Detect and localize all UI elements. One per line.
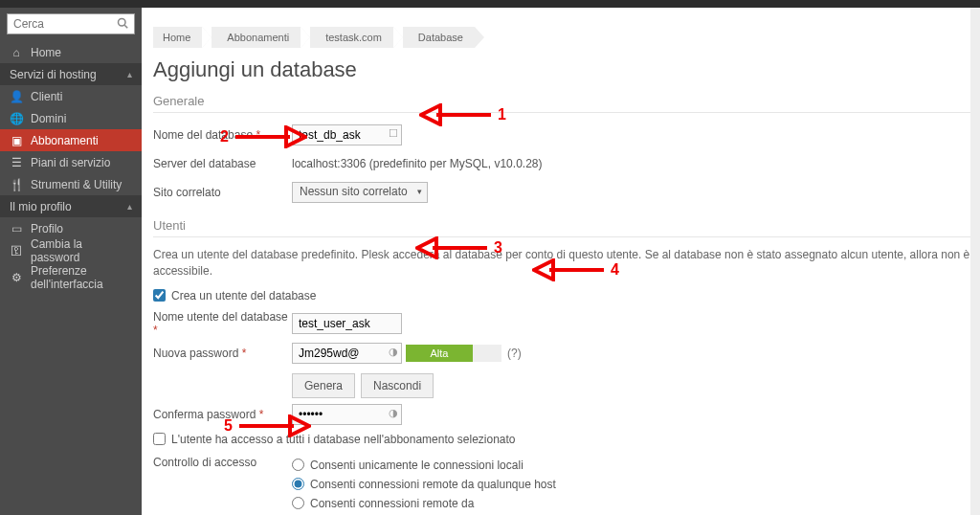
card-icon: ▣ [10,134,23,147]
crumb-database[interactable]: Database [403,27,475,48]
site-label: Sito correlato [153,186,292,199]
crumb-abbonamenti[interactable]: Abbonamenti [212,27,301,48]
sidebar: ⌂ Home Servizi di hosting ▴ 👤Clienti 🌐Do… [0,0,142,515]
collapse-icon: ▴ [127,201,132,212]
person-icon: 👤 [10,90,23,103]
clear-icon[interactable]: ☐ [389,127,398,140]
svg-point-0 [119,18,126,26]
password-help-link[interactable]: (?) [507,345,522,362]
search-wrap [0,8,142,41]
tools-icon: 🍴 [10,178,23,191]
alldb-checkbox-row: L'utente ha accesso a tutti i database n… [153,433,980,446]
radio-from[interactable] [292,497,304,509]
db-name-input[interactable] [292,124,402,146]
globe-icon: 🌐 [10,112,23,125]
server-label: Server del database [153,157,292,170]
svg-line-1 [124,25,127,28]
server-value: localhost:3306 (predefinito per MySQL, v… [292,157,542,170]
password-strength: Alta [406,345,501,362]
crumb-domain[interactable]: testask.com [310,27,393,48]
users-hint: Crea un utente del database predefinito.… [153,247,980,280]
sidebar-item-home[interactable]: ⌂ Home [0,41,142,63]
create-user-checkbox-row: Crea un utente del database [153,289,980,302]
sidebar-group-profilo[interactable]: Il mio profilo ▴ [0,195,142,217]
sidebar-item-piani[interactable]: ☰Piani di servizio [0,151,142,173]
alldb-checkbox[interactable] [153,433,166,445]
reveal-icon-2[interactable]: ◑ [389,407,398,419]
scrollbar[interactable] [970,8,980,515]
create-user-label: Crea un utente del database [171,289,316,302]
reveal-icon[interactable]: ◑ [389,346,398,358]
sidebar-item-cambia-password[interactable]: ⚿Cambia la password [0,239,142,261]
crumb-home[interactable]: Home [153,27,202,48]
sidebar-topbar [0,0,142,8]
password-label: Nuova password * [153,347,292,360]
list-icon: ☰ [10,156,23,169]
id-icon: ▭ [10,222,23,235]
access-control-label: Controllo di accesso [153,456,292,469]
confirm-password-input[interactable] [292,404,402,425]
key-icon: ⚿ [10,244,23,258]
section-utenti: Utenti [153,218,980,237]
breadcrumb: Home Abbonamenti testask.com Database [153,27,980,48]
collapse-icon: ▴ [127,69,132,79]
create-user-checkbox[interactable] [153,289,166,302]
sidebar-item-domini[interactable]: 🌐Domini [0,107,142,129]
page-title: Aggiungi un database [153,57,980,82]
home-icon: ⌂ [10,46,23,59]
hide-button[interactable]: Nascondi [361,373,434,398]
dbuser-name-label: Nome utente del database * [153,310,292,337]
search-box[interactable] [7,13,135,34]
confirm-password-label: Conferma password * [153,408,292,421]
sidebar-item-abbonamenti[interactable]: ▣Abbonamenti [0,129,142,151]
radio-anyhost[interactable] [292,478,304,490]
generate-button[interactable]: Genera [292,373,355,398]
sidebar-item-preferenze[interactable]: ⚙Preferenze dell'interfaccia [0,261,142,294]
dbuser-name-input[interactable] [292,313,402,334]
search-icon [113,17,132,32]
db-name-label: Nome del database * [153,128,292,142]
password-input[interactable] [292,343,402,364]
section-generale: Generale [153,94,980,113]
main-topbar [142,0,980,8]
sidebar-item-clienti[interactable]: 👤Clienti [0,85,142,107]
gear-icon: ⚙ [10,271,23,284]
site-select[interactable]: Nessun sito correlato [292,182,428,203]
alldb-label: L'utente ha accesso a tutti i database n… [171,433,516,446]
main-column: Home Abbonamenti testask.com Database Ag… [142,0,980,515]
sidebar-group-hosting[interactable]: Servizi di hosting ▴ [0,63,142,85]
radio-local[interactable] [292,459,304,471]
search-input[interactable] [8,14,113,34]
sidebar-item-strumenti[interactable]: 🍴Strumenti & Utility [0,173,142,195]
